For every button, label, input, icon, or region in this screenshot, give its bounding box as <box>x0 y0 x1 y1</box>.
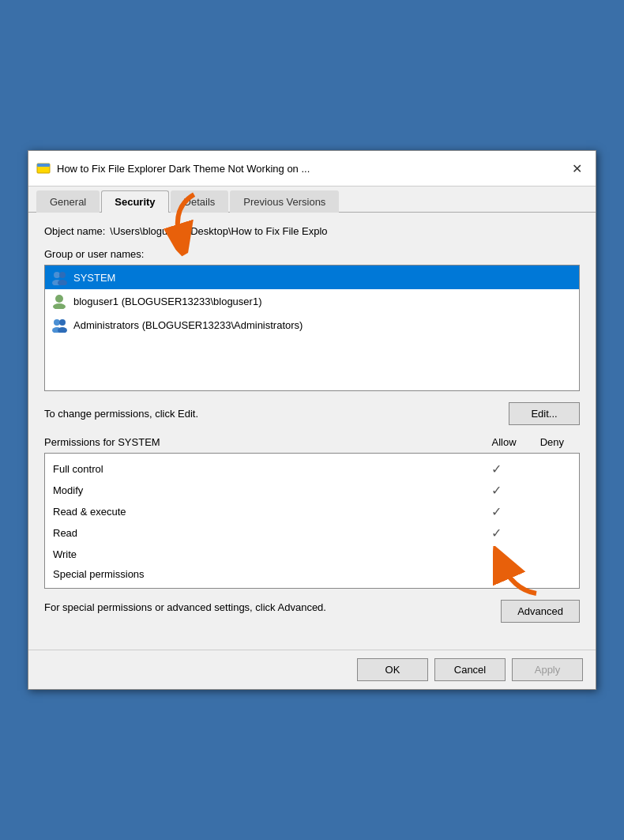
bottom-buttons: OK Cancel Apply <box>28 650 596 689</box>
perm-row-read-execute: Read & execute ✓ <box>53 501 571 522</box>
apply-button[interactable]: Apply <box>512 658 583 681</box>
perms-title: Permissions for SYSTEM <box>44 436 160 448</box>
object-name-label: Object name: <box>44 225 105 237</box>
user-name-bloguser1: bloguser1 (BLOGUSER13233\bloguser1) <box>73 296 261 307</box>
tab-details[interactable]: Details <box>171 190 229 213</box>
user-item-system[interactable]: SYSTEM <box>45 266 579 289</box>
users-icon-admins <box>51 317 67 333</box>
perm-name-modify: Modify <box>53 484 468 496</box>
user-name-system: SYSTEM <box>73 272 115 284</box>
deny-col-label: Deny <box>540 436 564 448</box>
perm-row-special: Special permissions <box>53 565 571 583</box>
perm-name-special: Special permissions <box>53 568 468 580</box>
user-item-administrators[interactable]: Administrators (BLOGUSER13233\Administra… <box>45 313 579 337</box>
perm-allow-read: ✓ <box>468 525 524 541</box>
perm-name-read: Read <box>53 527 468 539</box>
perm-name-full-control: Full control <box>53 463 468 475</box>
cancel-button[interactable]: Cancel <box>434 658 506 681</box>
svg-point-6 <box>55 295 63 303</box>
user-item-bloguser1[interactable]: bloguser1 (BLOGUSER13233\bloguser1) <box>45 289 579 313</box>
perms-header: Permissions for SYSTEM Allow Deny <box>44 436 580 448</box>
tab-security[interactable]: Security <box>101 190 168 213</box>
ok-button[interactable]: OK <box>357 658 428 681</box>
users-icon-bloguser1 <box>51 293 67 309</box>
tab-previous-versions[interactable]: Previous Versions <box>230 190 339 213</box>
tab-bar: General Security Details Previous Versio… <box>28 186 596 213</box>
users-list[interactable]: SYSTEM bloguser1 (BLOGUSER13233\bloguser… <box>44 265 580 391</box>
svg-point-8 <box>54 319 60 326</box>
perm-row-modify: Modify ✓ <box>53 480 571 501</box>
perm-allow-full-control: ✓ <box>468 461 524 477</box>
group-section-label: Group or user names: <box>44 248 580 260</box>
permissions-table: Full control ✓ Modify ✓ Read & execute ✓ <box>44 453 580 589</box>
advanced-row: For special permissions or advanced sett… <box>44 600 580 623</box>
change-perms-row: To change permissions, click Edit. Edit.… <box>44 402 580 425</box>
perm-name-read-execute: Read & execute <box>53 506 468 518</box>
svg-point-2 <box>54 272 60 278</box>
object-name-value: \Users\bloguser1\Desktop\How to Fix File… <box>110 225 580 237</box>
perm-name-write: Write <box>53 548 468 560</box>
perm-row-write: Write ✓ <box>53 544 571 565</box>
advanced-text: For special permissions or advanced sett… <box>44 600 326 616</box>
tab-general[interactable]: General <box>36 190 100 213</box>
allow-col-label: Allow <box>492 436 517 448</box>
perm-row-full-control: Full control ✓ <box>53 458 571 480</box>
advanced-button[interactable]: Advanced <box>501 600 580 623</box>
close-button[interactable]: ✕ <box>566 157 588 179</box>
svg-rect-1 <box>37 164 50 167</box>
users-icon-system <box>51 269 67 285</box>
edit-button[interactable]: Edit... <box>509 402 580 425</box>
svg-point-10 <box>59 319 66 326</box>
window-icon <box>36 161 51 175</box>
perm-allow-read-execute: ✓ <box>468 504 524 519</box>
tab-content: Object name: \Users\bloguser1\Desktop\Ho… <box>28 213 596 650</box>
svg-point-4 <box>59 272 66 278</box>
perm-allow-modify: ✓ <box>468 483 524 498</box>
object-name-row: Object name: \Users\bloguser1\Desktop\Ho… <box>44 225 580 237</box>
dialog-title: How to Fix File Explorer Dark Theme Not … <box>57 163 566 175</box>
change-perms-text: To change permissions, click Edit. <box>44 408 198 420</box>
title-bar: How to Fix File Explorer Dark Theme Not … <box>28 151 596 186</box>
main-dialog: How to Fix File Explorer Dark Theme Not … <box>28 150 596 690</box>
perm-allow-write: ✓ <box>468 547 524 562</box>
perm-row-read: Read ✓ <box>53 522 571 544</box>
user-name-admins: Administrators (BLOGUSER13233\Administra… <box>73 319 303 331</box>
perms-cols: Allow Deny <box>492 436 564 448</box>
svg-point-7 <box>53 303 66 309</box>
